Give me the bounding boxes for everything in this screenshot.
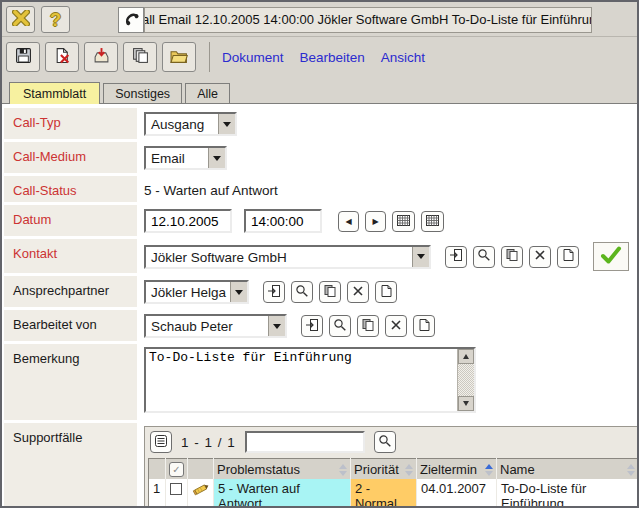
checkin-button[interactable] xyxy=(84,42,118,72)
save-button[interactable] xyxy=(6,42,40,72)
cell-zieltermin: 04.01.2007 xyxy=(417,479,497,506)
bearbeitet-von-label: Bearbeitet von xyxy=(4,310,137,341)
kontakt-search-button[interactable] xyxy=(473,246,495,268)
list-view-button[interactable] xyxy=(150,431,172,453)
clear-x-icon xyxy=(351,284,365,301)
edit-pencil-icon[interactable] xyxy=(192,484,210,499)
call-medium-select[interactable]: Email xyxy=(144,146,227,170)
table-header-row: ✓ Problemstatus Priorität xyxy=(149,459,638,480)
tab-stammblatt[interactable]: Stammblatt xyxy=(9,82,100,104)
supportfaelle-search-button[interactable] xyxy=(374,431,396,453)
col-name[interactable]: Name xyxy=(497,459,638,480)
kontakt-value: Jökler Software GmbH xyxy=(146,247,412,267)
menu-dokument[interactable]: Dokument xyxy=(222,50,284,65)
sort-icon[interactable] xyxy=(627,464,635,476)
delete-document-button[interactable] xyxy=(45,42,79,72)
kontakt-copy-button[interactable] xyxy=(501,246,523,268)
ansprechpartner-goto-button[interactable] xyxy=(263,281,285,303)
new-document-icon xyxy=(379,284,393,301)
goto-record-icon xyxy=(305,318,319,335)
bemerkung-scrollbar[interactable] xyxy=(457,349,474,411)
call-medium-label: Call-Medium xyxy=(4,142,137,173)
select-all-header: ✓ xyxy=(166,459,188,480)
bemerkung-textarea[interactable]: To-Do-Liste für Einführung xyxy=(146,349,457,411)
supportfaelle-search-input[interactable] xyxy=(245,431,365,453)
row-ansprechpartner: Ansprechpartner Jökler Helga xyxy=(4,276,635,307)
sort-icon-active[interactable] xyxy=(485,464,493,476)
kontakt-clear-button[interactable] xyxy=(529,246,551,268)
sort-icon[interactable] xyxy=(339,464,347,476)
date-next-button[interactable]: ▶ xyxy=(365,211,386,232)
bearbeitet-von-goto-button[interactable] xyxy=(301,315,323,337)
chevron-down-icon[interactable] xyxy=(268,316,285,336)
bearbeitet-von-copy-button[interactable] xyxy=(357,315,379,337)
kontakt-new-button[interactable] xyxy=(557,246,579,268)
scroll-down-icon[interactable] xyxy=(458,396,474,411)
calendar-alt-button[interactable] xyxy=(421,211,444,232)
supportfaelle-label: Supportfälle xyxy=(4,423,137,506)
tab-sonstiges[interactable]: Sonstiges xyxy=(103,83,182,103)
calendar-button[interactable] xyxy=(392,211,415,232)
time-input[interactable] xyxy=(244,209,322,233)
copy-record-icon xyxy=(323,284,337,301)
col-prioritaet[interactable]: Priorität xyxy=(351,459,417,480)
menu-bearbeiten[interactable]: Bearbeiten xyxy=(300,50,365,65)
chevron-down-icon[interactable] xyxy=(208,148,225,168)
call-type-button[interactable] xyxy=(118,7,144,33)
datum-label: Datum xyxy=(4,205,137,236)
select-all-checkbox[interactable]: ✓ xyxy=(169,462,184,477)
save-floppy-icon xyxy=(15,47,32,67)
date-input[interactable] xyxy=(144,209,232,233)
row-checkbox[interactable] xyxy=(170,483,182,495)
arrow-right-icon: ▶ xyxy=(372,217,378,226)
goto-record-icon xyxy=(449,248,463,265)
kontakt-goto-button[interactable] xyxy=(445,246,467,268)
ansprechpartner-new-button[interactable] xyxy=(375,281,397,303)
phone-handset-icon xyxy=(122,9,140,30)
col-name-label: Name xyxy=(500,462,535,477)
kontakt-select[interactable]: Jökler Software GmbH xyxy=(144,245,431,269)
col-problemstatus[interactable]: Problemstatus xyxy=(214,459,351,480)
ansprechpartner-clear-button[interactable] xyxy=(347,281,369,303)
copy-button[interactable] xyxy=(123,42,157,72)
copy-record-icon xyxy=(361,318,375,335)
toolbar-separator xyxy=(209,42,210,72)
col-zieltermin[interactable]: Zieltermin xyxy=(417,459,497,480)
chevron-down-icon[interactable] xyxy=(412,247,429,267)
clear-x-icon xyxy=(389,318,403,335)
row-call-status: Call-Status 5 - Warten auf Antwort xyxy=(4,176,635,202)
date-prev-button[interactable]: ◀ xyxy=(338,211,359,232)
supportfaelle-panel: 1 - 1 / 1 xyxy=(144,426,637,506)
tab-alle[interactable]: Alle xyxy=(185,83,230,103)
chevron-down-icon[interactable] xyxy=(230,282,247,302)
scroll-up-icon[interactable] xyxy=(458,349,474,364)
close-button[interactable] xyxy=(6,6,35,33)
tab-bar: Stammblatt Sonstiges Alle xyxy=(2,77,637,103)
search-icon xyxy=(333,318,347,335)
sort-icon[interactable] xyxy=(405,464,413,476)
bearbeitet-von-select[interactable]: Schaub Peter xyxy=(144,314,287,338)
bearbeitet-von-clear-button[interactable] xyxy=(385,315,407,337)
row-call-medium: Call-Medium Email xyxy=(4,142,635,173)
call-typ-select[interactable]: Ausgang xyxy=(144,112,237,136)
ansprechpartner-select[interactable]: Jökler Helga xyxy=(144,280,249,304)
folder-icon xyxy=(170,48,188,67)
open-folder-button[interactable] xyxy=(162,42,196,72)
ansprechpartner-copy-button[interactable] xyxy=(319,281,341,303)
toolbar: Dokument Bearbeiten Ansicht xyxy=(2,37,637,77)
chevron-down-icon[interactable] xyxy=(218,114,235,134)
menu-ansicht[interactable]: Ansicht xyxy=(381,50,425,65)
green-check-icon xyxy=(600,246,622,267)
calendar-icon xyxy=(397,215,410,228)
help-button[interactable]: ? xyxy=(41,6,70,33)
bearbeitet-von-new-button[interactable] xyxy=(413,315,435,337)
ansprechpartner-label: Ansprechpartner xyxy=(4,276,137,307)
search-icon xyxy=(477,248,491,265)
ansprechpartner-search-button[interactable] xyxy=(291,281,313,303)
kontakt-validated-button[interactable] xyxy=(593,242,629,271)
row-datum: Datum ◀ ▶ xyxy=(4,205,635,236)
supportfaelle-table: ✓ Problemstatus Priorität xyxy=(148,458,637,506)
bearbeitet-von-search-button[interactable] xyxy=(329,315,351,337)
help-icon: ? xyxy=(50,11,61,29)
call-status-value: 5 - Warten auf Antwort xyxy=(144,181,278,198)
